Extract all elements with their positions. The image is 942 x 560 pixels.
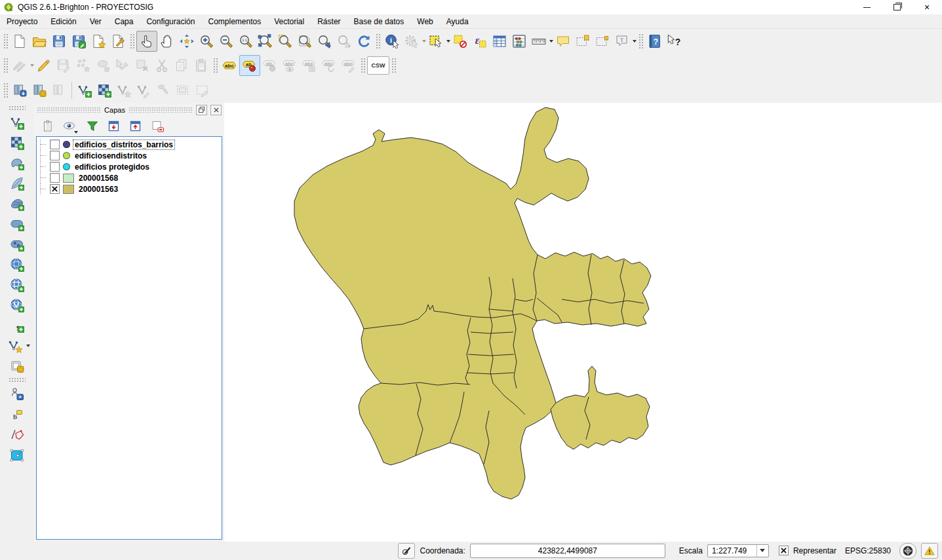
zoom-last-button[interactable] <box>315 31 334 51</box>
zoom-to-layer-button[interactable] <box>295 31 315 51</box>
float-panel-button[interactable] <box>196 105 207 115</box>
run-feature-action-button[interactable] <box>402 31 422 51</box>
touch-zoom-pan-button[interactable] <box>136 31 157 52</box>
layer-row-edificios-distritos-barrios[interactable]: edificios_distritos_barrios <box>37 139 222 150</box>
show-hide-labels-button[interactable]: abc <box>280 56 300 75</box>
layer-labeling-options-button[interactable]: abc <box>220 56 239 75</box>
move-label-button[interactable]: abc <box>300 56 319 75</box>
toolbar-grip[interactable] <box>212 57 218 74</box>
toolbar-grip[interactable] <box>3 82 9 99</box>
layer-name[interactable]: edificiosendistritos <box>73 151 148 160</box>
zoom-in-button[interactable] <box>197 31 216 51</box>
paste-features-button[interactable] <box>191 56 211 75</box>
layer-checkbox[interactable] <box>50 151 60 160</box>
add-spatialite-layer-button[interactable] <box>7 173 28 193</box>
field-calculator-button[interactable] <box>509 31 529 51</box>
add-feature-button[interactable] <box>73 56 93 75</box>
menu-complementos[interactable]: Complementos <box>201 16 267 28</box>
layers-disabled-button[interactable] <box>49 81 69 100</box>
panel-drag-texture[interactable] <box>37 107 101 113</box>
add-oracle-georaster-button[interactable] <box>7 234 28 254</box>
toolbar-grip[interactable] <box>9 377 26 383</box>
layer-row-200001563[interactable]: 200001563 <box>37 183 222 195</box>
refresh-map-button[interactable] <box>354 31 374 51</box>
collapse-all-button[interactable] <box>128 119 143 134</box>
open-project-button[interactable] <box>29 31 49 51</box>
composer-manager-button[interactable] <box>108 31 128 51</box>
deselect-features-button[interactable] <box>450 31 470 51</box>
measure-button[interactable] <box>529 31 549 51</box>
layer-checkbox[interactable] <box>50 162 60 172</box>
add-raster-layer-button[interactable] <box>7 132 28 153</box>
delete-selected-button[interactable] <box>132 56 152 75</box>
layer-checkbox[interactable] <box>50 184 60 194</box>
pan-to-selection-button[interactable] <box>177 31 197 51</box>
show-bookmarks-button[interactable] <box>593 31 612 51</box>
zoom-full-extent-button[interactable] <box>256 31 275 51</box>
text-annotation-button[interactable] <box>612 31 632 51</box>
layer-name[interactable]: 200001568 <box>77 174 119 183</box>
panel-drag-texture[interactable] <box>128 107 193 113</box>
menu-capa[interactable]: Capa <box>108 16 140 28</box>
add-mssql-layer-button[interactable] <box>7 193 28 214</box>
layers-panel-header[interactable]: Capas <box>34 103 224 116</box>
vector-new-button[interactable] <box>114 81 134 100</box>
save-project-button[interactable] <box>49 31 69 51</box>
cut-features-button[interactable] <box>152 56 172 75</box>
toolbar-grip[interactable] <box>391 57 397 74</box>
render-checkbox[interactable] <box>779 546 789 555</box>
copy-features-button[interactable] <box>172 56 191 75</box>
add-group-button[interactable] <box>41 119 55 134</box>
raster-add-button[interactable] <box>94 81 114 100</box>
add-oracle-layer-button[interactable] <box>7 214 28 234</box>
label-toolbar-active-button[interactable]: ab <box>239 55 260 76</box>
new-project-button[interactable] <box>10 31 29 51</box>
dbmanager-plugin-button[interactable]: b <box>7 404 28 424</box>
layer-checkbox[interactable] <box>50 173 60 183</box>
open-attribute-table-button[interactable] <box>490 31 509 51</box>
layer-name[interactable]: edificios_distritos_barrios <box>73 140 174 149</box>
pin-labels-button[interactable]: ab <box>260 56 280 75</box>
new-spatialite-layer-button[interactable] <box>7 356 28 376</box>
toggle-extents-display-button[interactable] <box>398 543 415 559</box>
select-features-button[interactable] <box>426 31 446 51</box>
menu-vectorial[interactable]: Vectorial <box>267 16 311 28</box>
scale-combobox[interactable]: 1:227.749 <box>707 544 769 557</box>
restore-button[interactable] <box>882 0 912 14</box>
messages-warning-button[interactable] <box>921 543 938 559</box>
new-layer-dropdown-caret[interactable] <box>26 345 30 347</box>
new-print-composer-button[interactable] <box>88 31 108 51</box>
layer-name[interactable]: edificios protegidos <box>73 162 151 172</box>
minimize-button[interactable] <box>852 0 882 14</box>
select-by-expression-button[interactable] <box>470 31 490 51</box>
zoom-native-resolution-button[interactable] <box>236 31 256 51</box>
map-canvas[interactable] <box>224 103 942 542</box>
map-tips-button[interactable] <box>553 31 573 51</box>
add-delimited-text-layer-button[interactable]: , <box>7 315 28 335</box>
remove-layer-button[interactable] <box>150 119 165 134</box>
render-label[interactable]: Representar <box>793 546 836 555</box>
layers-import-button[interactable] <box>10 81 29 100</box>
toolbar-grip[interactable] <box>638 33 644 50</box>
layer-row-edificiosendistritos[interactable]: edificiosendistritos <box>37 150 222 161</box>
interpolation-plugin-button[interactable] <box>7 424 28 445</box>
vector-add-button[interactable] <box>75 81 94 100</box>
crs-status-button[interactable] <box>899 543 916 559</box>
identify-features-button[interactable] <box>382 31 402 51</box>
add-wms-layer-button[interactable] <box>7 254 28 274</box>
node-tool-button[interactable] <box>113 56 132 75</box>
close-button[interactable]: × <box>912 0 942 14</box>
coordinate-input[interactable] <box>470 544 665 558</box>
help-contents-button[interactable] <box>645 31 665 51</box>
metasearch-csw-button[interactable]: CSW <box>367 56 389 75</box>
annotation-dropdown-caret[interactable] <box>633 40 637 43</box>
add-vector-layer-button[interactable] <box>7 112 28 132</box>
move-feature-button[interactable] <box>93 56 113 75</box>
zoom-out-button[interactable] <box>216 31 236 51</box>
zoom-next-button[interactable] <box>334 31 354 51</box>
menu-proyecto[interactable]: Proyecto <box>0 16 44 28</box>
toolbar-grip[interactable] <box>375 33 381 50</box>
change-label-button[interactable]: abc <box>339 56 359 75</box>
layer-name[interactable]: 200001563 <box>77 185 119 194</box>
vector-edit-button[interactable] <box>134 81 153 100</box>
